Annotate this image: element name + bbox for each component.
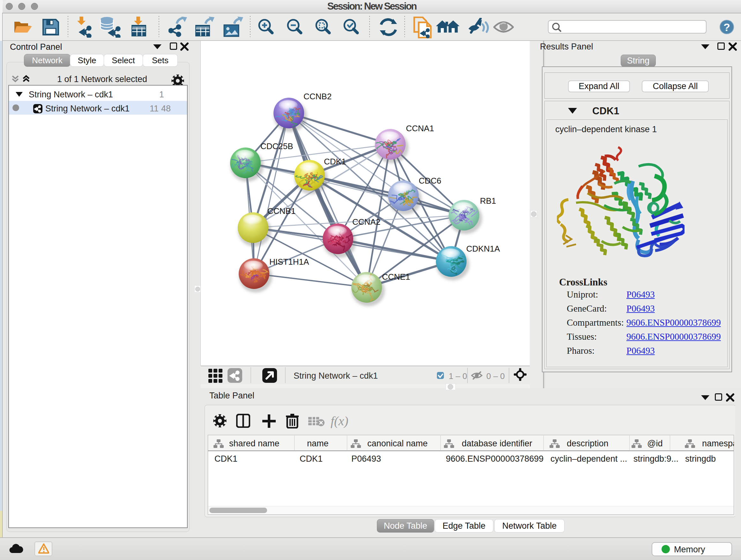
svg-text:CDC6: CDC6 xyxy=(419,176,441,186)
svg-text:CCNB2: CCNB2 xyxy=(304,91,332,101)
svg-text:HIST1H1A: HIST1H1A xyxy=(269,257,309,266)
svg-text:CDC25B: CDC25B xyxy=(260,141,293,151)
svg-text:CCNB1: CCNB1 xyxy=(267,206,295,216)
svg-text:CCNA2: CCNA2 xyxy=(352,217,381,227)
svg-text:CDKN1A: CDKN1A xyxy=(466,244,500,253)
svg-text:RB1: RB1 xyxy=(480,196,496,206)
svg-text:CCNE1: CCNE1 xyxy=(382,272,410,282)
svg-text:CCNA1: CCNA1 xyxy=(406,124,434,133)
svg-text:CDK1: CDK1 xyxy=(324,157,346,166)
